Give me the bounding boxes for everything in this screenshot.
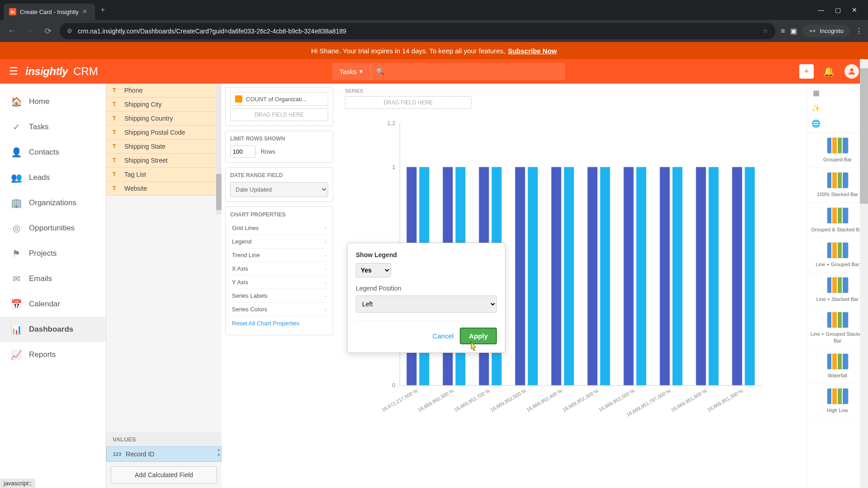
- menu-icon[interactable]: ⋮: [855, 27, 863, 35]
- chart-type-label: Line + Grouped Stacked Bar: [811, 331, 864, 344]
- back-button[interactable]: ←: [5, 25, 18, 38]
- field-item[interactable]: TWebsite: [106, 182, 222, 196]
- avatar[interactable]: [844, 64, 859, 79]
- scrollbar[interactable]: [216, 84, 222, 215]
- svg-text:16,672,217,500 %: 16,672,217,500 %: [381, 388, 419, 413]
- sidebar-item-contacts[interactable]: 👤Contacts: [0, 140, 106, 165]
- sidebar-item-dashboards[interactable]: 📊Dashboards: [0, 317, 106, 342]
- extensions-icon[interactable]: ≡: [781, 27, 785, 35]
- count-chip[interactable]: COUNT of Organizati...: [230, 92, 328, 106]
- reset-chart-properties-link[interactable]: Reset All Chart Properties: [230, 316, 328, 330]
- side-panel-icon[interactable]: ▣: [790, 27, 797, 35]
- sidebar-item-opportunities[interactable]: ◎Opportunities: [0, 216, 106, 241]
- field-item[interactable]: TShipping State: [106, 140, 222, 154]
- globe-icon[interactable]: 🌐: [810, 117, 822, 130]
- chart-type-grouped-bar[interactable]: Grouped Bar: [807, 133, 868, 168]
- subscribe-link[interactable]: Subscribe Now: [508, 47, 557, 55]
- prop-label: X Axis: [232, 265, 248, 272]
- series-drag-placeholder[interactable]: DRAG FIELD HERE: [345, 96, 472, 109]
- sidebar-item-projects[interactable]: ⚑Projects: [0, 241, 106, 266]
- page-scrollbar[interactable]: [860, 59, 868, 488]
- minimize-button[interactable]: —: [818, 6, 824, 14]
- search-area: Tasks ▾ 🔍: [332, 63, 565, 80]
- date-range-section: DATE RANGE FIELD Date Updated: [225, 167, 333, 202]
- hamburger-icon[interactable]: ☰: [9, 66, 18, 77]
- prop-trend-line[interactable]: Trend Line›: [230, 249, 328, 262]
- field-name: Tag List: [124, 171, 146, 178]
- prop-series-colors[interactable]: Series Colors›: [230, 303, 328, 316]
- brand-logo[interactable]: insightly: [25, 65, 68, 78]
- sidebar-item-label: Organizations: [29, 198, 76, 207]
- svg-rect-25: [624, 167, 634, 385]
- chevron-right-icon: ›: [325, 280, 326, 285]
- close-icon[interactable]: ✕: [82, 8, 90, 15]
- cancel-button[interactable]: Cancel: [433, 332, 454, 340]
- field-item[interactable]: TShipping Postal Code: [106, 126, 222, 140]
- search-icon: 🔍: [376, 67, 385, 75]
- field-item[interactable]: TTag List: [106, 168, 222, 182]
- scroll-thumb[interactable]: [860, 68, 868, 204]
- prop-legend[interactable]: Legend›: [230, 235, 328, 249]
- sidebar-item-emails[interactable]: ✉Emails: [0, 266, 106, 291]
- sidebar-item-home[interactable]: 🏠Home: [0, 89, 106, 114]
- notifications-icon[interactable]: 🔔: [822, 64, 836, 79]
- sidebar-item-leads[interactable]: 👥Leads: [0, 165, 106, 190]
- apply-button[interactable]: Apply: [460, 328, 497, 344]
- scroll-thumb[interactable]: [216, 174, 222, 210]
- search-input[interactable]: 🔍: [371, 63, 565, 80]
- field-list[interactable]: TPhone TShipping City TShipping Country …: [106, 84, 222, 432]
- site-settings-icon[interactable]: ⚙: [67, 28, 72, 34]
- auto-icon[interactable]: ✨: [810, 102, 822, 114]
- limit-rows-section: LIMIT ROWS SHOWN Rows: [225, 131, 333, 163]
- show-legend-select[interactable]: Yes: [356, 263, 391, 277]
- field-item[interactable]: TShipping Country: [106, 112, 222, 126]
- chart-type-line-grouped-stacked-bar[interactable]: Line + Grouped Stacked Bar: [807, 307, 868, 349]
- value-scroll-arrows[interactable]: ▲▼: [216, 447, 222, 457]
- sidebar-item-label: Emails: [29, 274, 52, 283]
- add-calculated-field-button[interactable]: Add Calculated Field: [111, 466, 217, 483]
- prop-grid-lines[interactable]: Grid Lines›: [230, 221, 328, 235]
- prop-x-axis[interactable]: X Axis›: [230, 262, 328, 276]
- prop-series-labels[interactable]: Series Labels›: [230, 289, 328, 303]
- sidebar-item-label: Home: [29, 97, 49, 106]
- sidebar-item-organizations[interactable]: 🏢Organizations: [0, 190, 106, 216]
- chart-type-grouped-stacked-bar[interactable]: Grouped & Stacked Bar: [807, 203, 868, 238]
- chart-type-100-stacked-bar[interactable]: 100% Stacked Bar: [807, 168, 868, 202]
- add-button[interactable]: +: [799, 64, 814, 79]
- close-window-button[interactable]: ✕: [852, 6, 857, 14]
- sidebar-item-tasks[interactable]: ✓Tasks: [0, 114, 106, 140]
- field-item[interactable]: TShipping City: [106, 98, 222, 112]
- drag-field-placeholder[interactable]: DRAG FIELD HERE: [230, 108, 328, 121]
- search-type-dropdown[interactable]: Tasks ▾: [332, 63, 371, 80]
- status-bar: javascript:;: [0, 479, 35, 488]
- field-item[interactable]: TShipping Street: [106, 154, 222, 168]
- url-bar[interactable]: ⚙ crm.na1.insightly.com/Dashboards/Creat…: [60, 23, 775, 39]
- chart-type-line-stacked-bar[interactable]: Line + Stacked Bar: [807, 272, 868, 307]
- chart-type-waterfall[interactable]: Waterfall: [807, 349, 868, 384]
- value-item[interactable]: 123Record ID: [106, 446, 222, 462]
- svg-text:0: 0: [392, 382, 395, 389]
- text-type-icon: T: [113, 143, 120, 150]
- chip-label: COUNT of Organizati...: [246, 96, 307, 103]
- prop-y-axis[interactable]: Y Axis›: [230, 276, 328, 289]
- bookmark-icon[interactable]: ☆: [763, 28, 768, 34]
- chart-type-line-grouped-bar[interactable]: Line + Grouped Bar: [807, 238, 868, 272]
- legend-position-label: Legend Position: [356, 285, 497, 292]
- date-range-label: DATE RANGE FIELD: [230, 172, 328, 178]
- sidebar-item-reports[interactable]: 📈Reports: [0, 342, 106, 367]
- maximize-button[interactable]: ▢: [835, 6, 841, 14]
- date-range-select[interactable]: Date Updated: [230, 182, 328, 197]
- chart-type-high-low[interactable]: High Low: [807, 384, 868, 418]
- field-item[interactable]: TPhone: [106, 84, 222, 98]
- bars-icon: 📈: [11, 349, 22, 360]
- address-bar-right: ≡ ▣ 👓 Incognito ⋮: [781, 25, 863, 37]
- browser-tab[interactable]: in Create Card - Insightly ✕: [4, 4, 95, 20]
- forward-button[interactable]: →: [24, 25, 36, 38]
- reload-button[interactable]: ⟳: [42, 25, 54, 38]
- legend-position-select[interactable]: Left: [356, 296, 497, 313]
- limit-rows-input[interactable]: [230, 145, 255, 158]
- table-view-icon[interactable]: ▦: [810, 86, 822, 99]
- chevron-right-icon: ›: [325, 293, 326, 299]
- new-tab-button[interactable]: +: [100, 5, 105, 15]
- sidebar-item-calendar[interactable]: 📅Calendar: [0, 291, 106, 317]
